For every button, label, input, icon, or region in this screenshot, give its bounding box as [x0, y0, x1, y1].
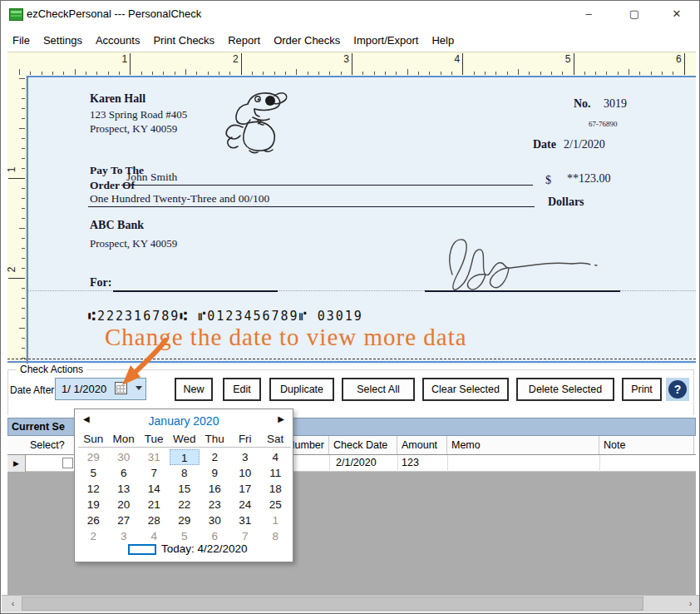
close-button[interactable]: ✕ — [658, 1, 696, 27]
calendar-day[interactable]: 13 — [109, 481, 140, 497]
payer-address-line2: Prospect, KY 40059 — [90, 122, 177, 136]
calendar-day[interactable]: 2 — [200, 449, 230, 465]
calendar-day[interactable]: 29 — [78, 449, 109, 465]
calendar-day[interactable]: 25 — [260, 497, 291, 512]
calendar-day[interactable]: 17 — [230, 481, 261, 497]
calendar-day[interactable]: 20 — [109, 497, 140, 512]
calendar-day[interactable]: 9 — [200, 465, 230, 481]
weekday-label: Wed — [170, 433, 200, 445]
bank-address: Prospect, KY 40059 — [90, 237, 177, 250]
weekday-label: Mon — [109, 433, 140, 445]
calendar-day[interactable]: 15 — [170, 481, 200, 497]
dog-eye-patch — [265, 96, 275, 106]
date-after-label: Date After: — [10, 384, 57, 396]
duplicate-button[interactable]: Duplicate — [269, 378, 334, 401]
calendar-day[interactable]: 30 — [200, 512, 230, 528]
ruler-number: 6 — [667, 53, 682, 65]
menu-item-help[interactable]: Help — [425, 31, 461, 50]
calendar-day[interactable]: 5 — [78, 465, 109, 481]
date-label: Date — [533, 138, 556, 151]
scroll-left-arrow-icon[interactable]: ‹ — [5, 596, 21, 612]
dollars-label: Dollars — [548, 196, 584, 209]
calendar-day[interactable]: 4 — [260, 449, 291, 465]
calendar-day[interactable]: 19 — [78, 497, 109, 512]
today-box-icon[interactable] — [128, 544, 156, 555]
title-bar: ezCheckPersonal --- PersonalCheck – ▢ ✕ — [1, 1, 699, 29]
scrollbar-thumb[interactable] — [22, 597, 643, 611]
calendar-day[interactable]: 28 — [139, 512, 170, 528]
weekday-label: Fri — [230, 433, 261, 445]
signature-image — [437, 231, 629, 294]
section-header-label: Current Se — [12, 418, 65, 435]
calendar-day[interactable]: 14 — [139, 481, 170, 497]
amount-words: One Hundred Twenty-Three and 00/100 — [90, 192, 269, 205]
check-number-label: No. — [574, 97, 591, 111]
calendar-week-row: 2627282930311 — [78, 512, 291, 528]
menu-bar: FileSettingsAccountsPrint ChecksReportOr… — [1, 29, 699, 52]
help-button[interactable]: ? — [666, 378, 689, 401]
ruler-number: 3 — [334, 53, 349, 65]
calendar-day[interactable]: 7 — [139, 465, 170, 481]
select-all-button[interactable]: Select All — [342, 378, 415, 401]
calendar-day[interactable]: 16 — [200, 481, 230, 497]
bank-name: ABC Bank — [90, 219, 144, 232]
clear-selected-button[interactable]: Clear Selected — [422, 378, 509, 401]
calendar-day[interactable]: 23 — [200, 497, 230, 512]
menu-item-report[interactable]: Report — [221, 31, 267, 50]
weekday-label: Tue — [139, 433, 170, 445]
check-preview: Karen Hall 123 Spring Road #405 Prospect… — [27, 76, 696, 364]
splitter-handle[interactable] — [7, 359, 696, 359]
calendar-day[interactable]: 12 — [78, 481, 109, 497]
menu-item-settings[interactable]: Settings — [37, 31, 89, 50]
next-month-button[interactable]: ▶ — [278, 414, 284, 423]
dog-logo-image — [210, 86, 289, 156]
fraction-code: 67-76890 — [589, 120, 618, 128]
menu-item-accounts[interactable]: Accounts — [89, 31, 146, 50]
edit-button[interactable]: Edit — [223, 378, 261, 401]
column-header-check-date[interactable]: Check Date — [329, 436, 397, 454]
calendar-day[interactable]: 10 — [230, 465, 261, 481]
calendar-day[interactable]: 22 — [170, 497, 200, 512]
column-header-memo[interactable]: Memo — [447, 436, 599, 454]
calendar-day[interactable]: 8 — [170, 465, 200, 481]
cell-amount: 123 — [402, 457, 419, 468]
minimize-button[interactable]: – — [569, 1, 608, 27]
calendar-day[interactable]: 24 — [230, 497, 261, 512]
calendar-day[interactable]: 11 — [260, 465, 291, 481]
ruler-number: 1 — [112, 53, 127, 65]
menu-item-print-checks[interactable]: Print Checks — [146, 31, 221, 50]
print-button[interactable]: Print — [622, 378, 662, 401]
menu-item-file[interactable]: File — [6, 31, 37, 50]
payer-address-line1: 123 Spring Road #405 — [90, 108, 187, 121]
new-button[interactable]: New — [175, 378, 213, 401]
micr-line: ⑆222316789⑆ ⑈0123456789⑈ 03019 — [88, 309, 363, 324]
calendar-day[interactable]: 31 — [139, 449, 170, 465]
ruler-number: 4 — [445, 53, 460, 65]
horizontal-scrollbar[interactable]: ‹ › — [2, 595, 700, 612]
column-header-note[interactable]: Note — [599, 436, 694, 454]
calendar-day[interactable]: 6 — [109, 465, 140, 481]
calendar-day[interactable]: 21 — [139, 497, 170, 512]
delete-selected-button[interactable]: Delete Selected — [516, 378, 614, 401]
today-label[interactable]: Today: 4/22/2020 — [161, 542, 248, 555]
calendar-day[interactable]: 27 — [109, 512, 140, 528]
calendar-day[interactable]: 31 — [230, 512, 261, 528]
calendar-week-row: 12131415161718 — [78, 481, 291, 497]
calendar-today-row[interactable]: Today: 4/22/2020 — [75, 542, 293, 559]
calendar-day[interactable]: 1 — [260, 512, 291, 528]
column-header-amount[interactable]: Amount — [397, 436, 447, 454]
menu-item-import-export[interactable]: Import/Export — [347, 31, 425, 50]
menu-item-order-checks[interactable]: Order Checks — [267, 31, 347, 50]
maximize-button[interactable]: ▢ — [615, 1, 653, 27]
calendar-day-selected[interactable]: 1 — [170, 449, 200, 465]
calendar-day[interactable]: 26 — [78, 512, 109, 528]
calendar-day[interactable]: 18 — [260, 481, 291, 497]
calendar-day[interactable]: 30 — [109, 449, 140, 465]
date-value: 2/1/2020 — [564, 138, 605, 151]
calendar-day[interactable]: 29 — [170, 512, 200, 528]
weekday-label: Sun — [78, 433, 109, 445]
row-select-checkbox[interactable] — [62, 458, 73, 468]
calendar-day[interactable]: 3 — [230, 449, 261, 465]
calendar-month-title[interactable]: January 2020 — [75, 414, 293, 428]
scroll-right-arrow-icon[interactable]: › — [683, 596, 698, 612]
